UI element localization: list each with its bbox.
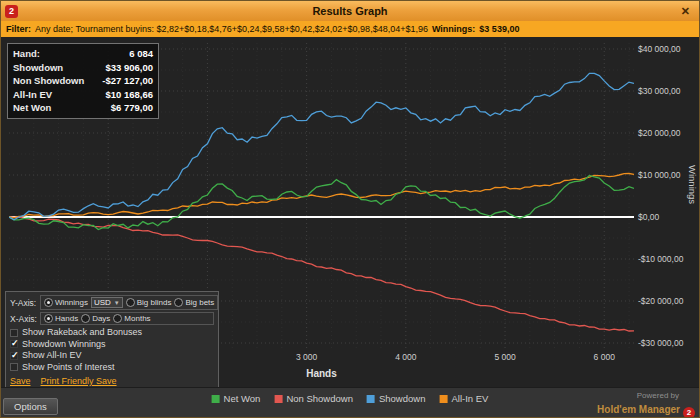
link-save[interactable]: Save: [10, 376, 31, 386]
brand-name: Hold'em Manager: [597, 404, 680, 415]
radio-icon: [174, 298, 183, 307]
stats-box: Hand:6 084Showdown$33 906,00Non Showdown…: [7, 43, 159, 119]
stat-label: All-In EV: [13, 88, 52, 102]
stat-value: $33 906,00: [105, 61, 153, 75]
x-axis-radio-hands[interactable]: Hands: [44, 314, 78, 323]
close-icon[interactable]: ✕: [678, 4, 693, 18]
currency-dropdown[interactable]: USD▼: [91, 297, 123, 308]
stat-label: Hand:: [13, 47, 40, 61]
chart-area: $40 000,00$30 000,00$20 000,00$10 000,00…: [1, 37, 699, 387]
stat-value: $10 168,66: [105, 88, 153, 102]
y-axis-title: Winnings: [687, 165, 698, 204]
checkbox-checked-icon: [10, 352, 18, 360]
powered-by: Powered by Hold'em Manager2: [597, 390, 695, 418]
options-panel: Y-Axis: WinningsUSD▼Big blindsBig bets X…: [5, 291, 219, 387]
legend: Net WonNon ShowdownShowdownAll-In EV: [212, 393, 489, 404]
y-axis-tick: -$20 000,00: [638, 296, 683, 306]
y-axis-tick: $40 000,00: [638, 44, 681, 54]
options-button[interactable]: Options: [3, 398, 58, 415]
titlebar[interactable]: 2 Results Graph ✕: [1, 1, 699, 21]
legend-label: Net Won: [224, 393, 261, 404]
y-axis-tick: $20 000,00: [638, 128, 681, 138]
stat-value: -$27 127,00: [102, 74, 153, 88]
bottom-bar: Options Net WonNon ShowdownShowdownAll-I…: [1, 387, 699, 417]
y-axis-tick: -$30 000,00: [638, 338, 683, 348]
checkbox-label: Showdown Winnings: [22, 339, 106, 351]
legend-swatch-icon: [212, 395, 220, 403]
y-axis-tick: $10 000,00: [638, 170, 681, 180]
legend-label: Non Showdown: [286, 393, 353, 404]
stat-label: Net Won: [13, 101, 51, 115]
y-axis-tick: $0,00: [638, 212, 659, 222]
legend-label: All-In EV: [451, 393, 488, 404]
powered-by-text: Powered by: [597, 390, 679, 402]
legend-item-showdown: Showdown: [367, 393, 425, 404]
x-axis-options-row: X-Axis: HandsDaysMonths: [10, 312, 214, 325]
checkbox-checked-icon: [10, 340, 18, 348]
y-axis-radio-big-bets[interactable]: Big bets: [174, 298, 214, 307]
y-axis-row-label: Y-Axis:: [10, 298, 40, 308]
radio-icon: [44, 298, 53, 307]
stat-row-all-in-ev: All-In EV$10 168,66: [13, 88, 153, 102]
chevron-down-icon: ▼: [114, 300, 120, 306]
radio-label: Winnings: [55, 298, 88, 307]
legend-swatch-icon: [367, 395, 375, 403]
save-links-row: SavePrint Friendly Save: [10, 376, 214, 386]
y-axis-options-row: Y-Axis: WinningsUSD▼Big blindsBig bets: [10, 295, 214, 310]
link-print-friendly-save[interactable]: Print Friendly Save: [41, 376, 117, 386]
y-axis-radio-winnings[interactable]: Winnings: [44, 298, 88, 307]
y-axis-radio-group: WinningsUSD▼Big blindsBig bets: [40, 295, 218, 310]
legend-swatch-icon: [439, 395, 447, 403]
legend-item-all-in-ev: All-In EV: [439, 393, 488, 404]
y-axis-tick: -$10 000,00: [638, 254, 683, 264]
legend-item-net-won: Net Won: [212, 393, 261, 404]
radio-label: Months: [124, 314, 150, 323]
y-axis-tick: $30 000,00: [638, 86, 681, 96]
checkbox-label: Show Points of Interest: [22, 362, 115, 374]
filter-winnings-label: Winnings:: [432, 24, 475, 34]
checkbox-showdown-winnings[interactable]: Showdown Winnings: [10, 339, 214, 351]
stat-value: $6 779,00: [111, 101, 153, 115]
legend-label: Showdown: [379, 393, 425, 404]
filter-text: Any date; Tournament buyins: $2,82+$0,18…: [35, 24, 428, 34]
checkbox-show-rakeback-and-bonuses[interactable]: Show Rakeback and Bonuses: [10, 327, 214, 339]
checkbox-unchecked-icon: [10, 329, 18, 337]
stat-label: Showdown: [13, 61, 63, 75]
stat-row-hand-: Hand:6 084: [13, 47, 153, 61]
checkbox-label: Show All-In EV: [22, 350, 82, 362]
checkbox-unchecked-icon: [10, 363, 18, 371]
results-graph-window: 2 Results Graph ✕ Filter: Any date; Tour…: [0, 0, 700, 418]
radio-icon: [81, 314, 90, 323]
checkbox-label: Show Rakeback and Bonuses: [22, 327, 142, 339]
x-axis-tick: 6 000: [594, 352, 615, 362]
x-axis-row-label: X-Axis:: [10, 314, 40, 324]
filter-label: Filter:: [6, 24, 31, 34]
stat-row-net-won: Net Won$6 779,00: [13, 101, 153, 115]
x-axis-tick: 3 000: [296, 352, 317, 362]
radio-icon: [126, 298, 135, 307]
radio-label: Big blinds: [137, 298, 172, 307]
checkbox-show-all-in-ev[interactable]: Show All-In EV: [10, 350, 214, 362]
legend-swatch-icon: [274, 395, 282, 403]
y-axis-radio-big-blinds[interactable]: Big blinds: [126, 298, 172, 307]
x-axis-tick: 4 000: [395, 352, 416, 362]
x-axis-radio-days[interactable]: Days: [81, 314, 110, 323]
window-title: Results Graph: [1, 5, 699, 17]
radio-icon: [113, 314, 122, 323]
stat-value: 6 084: [129, 47, 153, 61]
stat-row-non-showdown: Non Showdown-$27 127,00: [13, 74, 153, 88]
radio-label: Big bets: [185, 298, 214, 307]
radio-label: Hands: [55, 314, 78, 323]
currency-value: USD: [94, 298, 111, 307]
radio-label: Days: [92, 314, 110, 323]
display-checkbox-list: Show Rakeback and BonusesShowdown Winnin…: [10, 327, 214, 373]
legend-item-non-showdown: Non Showdown: [274, 393, 353, 404]
radio-icon: [44, 314, 53, 323]
stat-row-showdown: Showdown$33 906,00: [13, 61, 153, 75]
x-axis-tick: 5 000: [494, 352, 515, 362]
checkbox-show-points-of-interest[interactable]: Show Points of Interest: [10, 362, 214, 374]
filter-bar[interactable]: Filter: Any date; Tournament buyins: $2,…: [1, 21, 699, 37]
app-logo-icon: 2: [5, 5, 18, 18]
x-axis-radio-months[interactable]: Months: [113, 314, 150, 323]
brand-logo-icon: 2: [683, 407, 695, 418]
